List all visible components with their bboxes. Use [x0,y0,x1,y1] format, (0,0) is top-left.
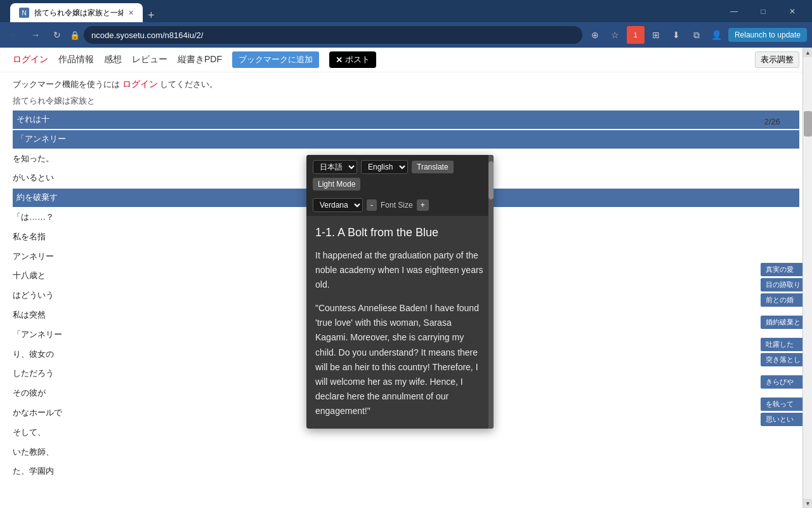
window-controls: — □ ✕ [719,0,807,22]
right-nav-item-3[interactable]: 婚約破棄と [761,316,806,329]
right-side-navigation: 真実の愛 目の跡取り 前との婚 婚約破棄と 吐露した 突き落とし きらびや を執… [761,263,806,426]
breadcrumb: 捨てられ令嬢は家族と [13,95,799,107]
translation-paragraph-1: It happened at the graduation party of t… [315,248,485,292]
font-size-label: Font Size [381,201,413,210]
main-content: ブックマーク機能を使うには ログイン してください。 捨てられ令嬢は家族と それ… [0,72,812,508]
vertical-pdf-link[interactable]: 縦書きPDF [178,54,222,65]
page-content: ログイン 作品情報 感想 レビュー 縦書きPDF ブックマークに追加 ✕ ポスト… [0,48,812,508]
url-input[interactable] [84,26,582,44]
scroll-thumb[interactable] [804,111,812,137]
profile-icon[interactable]: 👤 [708,26,726,44]
light-mode-button[interactable]: Light Mode [313,178,360,190]
right-nav-item-1[interactable]: 目の跡取り [761,278,806,291]
right-nav-item-7[interactable]: を執って [761,398,806,411]
close-window-button[interactable]: ✕ [778,0,807,22]
refresh-button[interactable]: ↻ [48,26,66,44]
tab-bar: N 捨てられ令嬢は家族と一緒にの ✕ + [10,0,160,22]
bookmark-button[interactable]: ブックマークに追加 [232,51,319,68]
target-language-select[interactable]: English [361,160,408,174]
security-icon: 🔒 [70,30,80,40]
tab-favicon: N [19,8,29,18]
jp-line-1[interactable]: それは十 [13,110,799,129]
translation-panel: 日本語 English Translate Light Mode Verdana… [306,155,494,429]
translate-icon[interactable]: ⊕ [586,26,604,44]
back-button[interactable]: ← [5,26,23,44]
star-icon[interactable]: ☆ [606,26,624,44]
source-language-select[interactable]: 日本語 [313,160,357,174]
page-number: 2/26 [764,117,780,126]
site-navigation: ログイン 作品情報 感想 レビュー 縦書きPDF ブックマークに追加 ✕ ポスト… [0,48,812,72]
translation-scrollbar-thumb[interactable] [488,161,494,199]
jp-line-18: いた教師、 [13,443,799,462]
chapter-title: 1-1. A Bolt from the Blue [315,226,485,239]
maximize-button[interactable]: □ [749,0,778,22]
right-nav-item-5[interactable]: 突き落とし [761,353,806,366]
extensions-icon[interactable]: ⊞ [647,26,665,44]
split-view-icon[interactable]: ⧉ [688,26,705,44]
new-tab-button[interactable]: + [143,9,160,22]
download-icon[interactable]: ⬇ [667,26,685,44]
review-link[interactable]: レビュー [132,54,167,65]
scroll-up-arrow[interactable]: ▲ [803,48,812,57]
right-nav-item-6[interactable]: きらびや [761,375,806,389]
font-family-select[interactable]: Verdana [313,198,363,212]
scroll-down-arrow[interactable]: ▼ [803,498,812,508]
feeling-link[interactable]: 感想 [104,54,122,65]
work-info-link[interactable]: 作品情報 [58,54,94,65]
x-icon: ✕ [336,55,343,65]
font-decrease-button[interactable]: - [367,199,377,211]
font-settings-row: Verdana - Font Size + [306,196,494,216]
translate-button[interactable]: Translate [412,161,454,173]
right-nav-item-0[interactable]: 真実の愛 [761,263,806,276]
tab-close-button[interactable]: ✕ [128,9,134,17]
translation-paragraph-2: "Countess Anneliese Baden! I have found … [315,301,485,418]
translation-scrollbar[interactable] [488,155,494,429]
translation-content: 1-1. A Bolt from the Blue It happened at… [306,216,494,429]
jp-line-19: た、学園内 [13,462,799,481]
tab-title: 捨てられ令嬢は家族と一緒にの [34,8,123,18]
right-nav-item-4[interactable]: 吐露した [761,338,806,351]
active-tab[interactable]: N 捨てられ令嬢は家族と一緒にの ✕ [10,3,143,22]
jp-line-2[interactable]: 「アンネリー [13,130,799,149]
browser-titlebar: N 捨てられ令嬢は家族と一緒にの ✕ + — □ ✕ [0,0,812,22]
login-link[interactable]: ログイン [13,54,48,65]
forward-button[interactable]: → [27,26,44,44]
right-nav-item-8[interactable]: 思いとい [761,413,806,426]
display-settings-button[interactable]: 表示調整 [755,51,799,68]
extension-badge[interactable]: 1 [627,26,645,44]
page-scrollbar[interactable]: ▲ ▼ [802,48,812,508]
toolbar-icons: ⊕ ☆ 1 ⊞ ⬇ ⧉ 👤 Relaunch to update [586,26,807,44]
bookmark-notice: ブックマーク機能を使うには ログイン してください。 [13,79,799,90]
relaunch-button[interactable]: Relaunch to update [728,28,807,42]
translation-toolbar: 日本語 English Translate Light Mode [306,155,494,196]
post-button[interactable]: ✕ ポスト [329,51,376,68]
right-nav-item-2[interactable]: 前との婚 [761,293,806,307]
minimize-button[interactable]: — [719,0,749,22]
address-bar: ← → ↻ 🔒 ⊕ ☆ 1 ⊞ ⬇ ⧉ 👤 Relaunch to update [0,22,812,48]
font-increase-button[interactable]: + [417,199,429,211]
bookmark-login-link[interactable]: ログイン [122,79,158,89]
